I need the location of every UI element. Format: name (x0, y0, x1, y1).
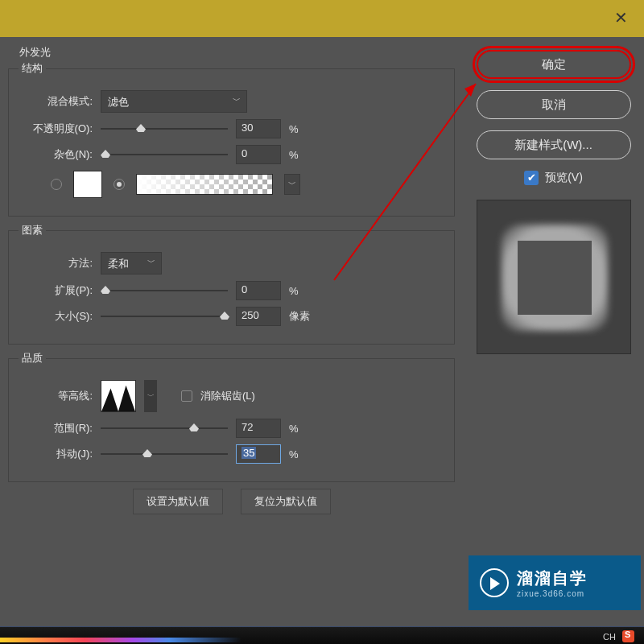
group-structure: 结构 混合模式: 滤色 不透明度(O): 30 % 杂色(N): 0 % (8, 61, 455, 217)
opacity-unit: % (289, 123, 315, 135)
title-bar: ✕ (0, 0, 644, 37)
spread-unit: % (289, 285, 315, 297)
group-structure-legend: 结构 (19, 61, 46, 76)
size-unit: 像素 (289, 309, 315, 324)
solid-color-radio[interactable] (51, 179, 62, 190)
noise-label: 杂色(N): (19, 147, 93, 162)
jitter-label: 抖动(J): (19, 447, 93, 461)
svg-marker-0 (101, 386, 135, 411)
contour-dropdown-icon[interactable]: ﹀ (144, 380, 157, 412)
spread-slider[interactable] (101, 283, 228, 298)
blend-mode-label: 混合模式: (19, 94, 93, 109)
svg-marker-2 (464, 84, 476, 97)
preview-label: 预览(V) (545, 171, 583, 185)
jitter-slider[interactable] (101, 447, 228, 461)
opacity-input[interactable]: 30 (236, 119, 281, 138)
gradient-radio[interactable] (114, 179, 125, 190)
reset-default-button[interactable]: 复位为默认值 (241, 489, 331, 514)
size-input[interactable]: 250 (236, 307, 281, 326)
opacity-slider[interactable] (101, 122, 228, 136)
watermark: 溜溜自学 zixue.3d66.com (469, 555, 641, 610)
range-label: 范围(R): (19, 421, 93, 436)
ok-button[interactable]: 确定 (477, 50, 631, 79)
group-quality: 品质 等高线: ﹀ 消除锯齿(L) 范围(R): 72 % (8, 351, 455, 482)
noise-input[interactable]: 0 (236, 145, 281, 164)
noise-slider[interactable] (101, 147, 228, 162)
noise-unit: % (289, 149, 315, 161)
spread-label: 扩展(P): (19, 283, 93, 298)
size-slider[interactable] (101, 309, 228, 324)
watermark-url: zixue.3d66.com (517, 589, 588, 598)
group-elements-legend: 图素 (19, 223, 46, 237)
group-elements: 图素 方法: 柔和 扩展(P): 0 % 大小(S): 250 像素 (8, 223, 455, 345)
new-style-button[interactable]: 新建样式(W)... (477, 130, 631, 159)
method-select[interactable]: 柔和 (101, 252, 162, 275)
tray-app-icon[interactable] (622, 630, 634, 642)
range-unit: % (289, 423, 315, 435)
jitter-unit: % (289, 448, 315, 460)
method-label: 方法: (19, 256, 93, 270)
contour-label: 等高线: (19, 389, 93, 403)
jitter-input[interactable]: 35 (236, 444, 281, 464)
group-quality-legend: 品质 (19, 351, 46, 365)
glow-color-swatch[interactable] (73, 171, 102, 198)
gradient-dropdown-icon[interactable]: ﹀ (284, 174, 300, 195)
range-slider[interactable] (101, 421, 228, 436)
taskbar: CH (0, 626, 644, 644)
close-icon[interactable]: ✕ (614, 8, 628, 27)
contour-swatch[interactable] (101, 380, 136, 412)
opacity-label: 不透明度(O): (19, 122, 93, 136)
size-label: 大小(S): (19, 309, 93, 324)
cancel-button[interactable]: 取消 (477, 90, 631, 119)
play-icon (480, 568, 509, 597)
antialias-label: 消除锯齿(L) (200, 389, 255, 403)
blend-mode-select[interactable]: 滤色 (101, 90, 247, 113)
gradient-swatch[interactable] (136, 174, 273, 195)
watermark-title: 溜溜自学 (517, 568, 588, 589)
range-input[interactable]: 72 (236, 419, 281, 438)
preview-thumbnail (477, 200, 631, 354)
spread-input[interactable]: 0 (236, 281, 281, 300)
preview-checkbox[interactable]: ✔ (524, 171, 539, 185)
set-default-button[interactable]: 设置为默认值 (133, 489, 223, 514)
antialias-checkbox[interactable] (181, 390, 192, 402)
tray-ime[interactable]: CH (603, 632, 616, 642)
effect-title: 外发光 (19, 45, 455, 60)
